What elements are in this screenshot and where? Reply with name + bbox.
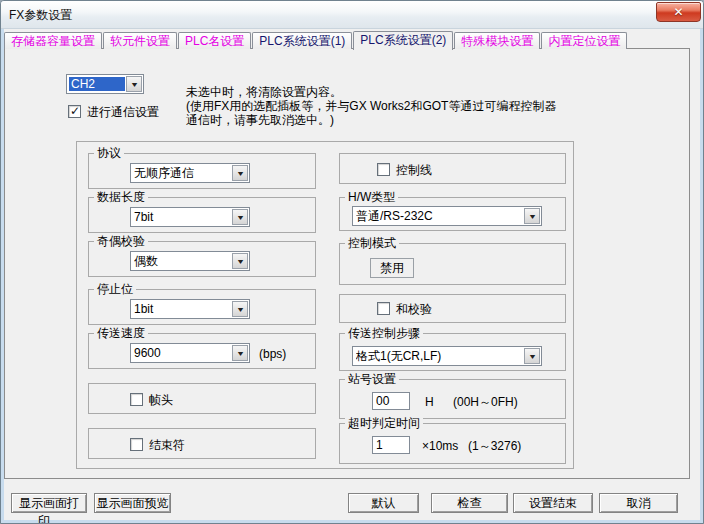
print-screen-button[interactable]: 显示画面打印...	[11, 493, 87, 513]
fx-parameter-dialog: FX参数设置 ✕ 存储器容量设置 软元件设置 PLC名设置 PLC系统设置(1)…	[0, 0, 704, 524]
chevron-down-icon[interactable]	[232, 301, 248, 317]
station-number-range: (00H～0FH)	[453, 395, 518, 409]
stop-bit-value: 1bit	[134, 302, 230, 317]
stop-bit-group: 停止位 1bit	[88, 289, 316, 325]
timeout-unit: ×10ms	[422, 439, 458, 453]
sum-check-checkbox[interactable]	[377, 302, 390, 315]
hw-type-group: H/W类型 普通/RS-232C	[339, 197, 566, 231]
protocol-group: 协议 无顺序通信	[88, 153, 316, 189]
control-line-label: 控制线	[396, 163, 432, 177]
chevron-down-icon[interactable]	[232, 253, 248, 269]
tab-builtin-positioning[interactable]: 内置定位设置	[541, 32, 627, 49]
stop-bit-select[interactable]: 1bit	[130, 299, 250, 319]
station-number-group: 站号设置 00 H (00H～0FH)	[339, 379, 566, 419]
hw-type-value: 普通/RS-232C	[356, 209, 522, 224]
baud-rate-select[interactable]: 9600	[130, 343, 250, 363]
titlebar[interactable]: FX参数设置 ✕	[1, 1, 703, 29]
comm-setting-label: 进行通信设置	[87, 105, 159, 119]
notice-line-1: 未选中时，将清除设置内容。	[186, 85, 342, 99]
chevron-down-icon[interactable]	[524, 208, 540, 224]
station-number-unit: H	[425, 395, 434, 409]
timeout-group: 超时判定时间 1 ×10ms (1～3276)	[339, 423, 566, 464]
tab-bar: 存储器容量设置 软元件设置 PLC名设置 PLC系统设置(1) PLC系统设置(…	[4, 30, 628, 49]
parity-group-label: 奇偶校验	[94, 234, 148, 248]
control-mode-value: 禁用	[370, 258, 414, 278]
timeout-group-label: 超时判定时间	[345, 416, 423, 430]
protocol-group-label: 协议	[94, 146, 124, 160]
chevron-down-icon[interactable]	[232, 165, 248, 181]
control-line-box: 控制线	[339, 153, 566, 184]
control-mode-group: 控制模式 禁用	[339, 243, 566, 285]
timeout-range: (1～3276)	[468, 439, 521, 453]
parity-value: 偶数	[134, 254, 230, 269]
station-number-input[interactable]: 00	[372, 392, 410, 410]
comm-setting-checkbox[interactable]	[68, 105, 81, 118]
data-length-group: 数据长度 7bit	[88, 197, 316, 233]
tab-memory-capacity[interactable]: 存储器容量设置	[4, 32, 102, 49]
close-icon: ✕	[673, 5, 683, 19]
cancel-button[interactable]: 取消	[599, 493, 678, 513]
chevron-down-icon[interactable]	[524, 348, 540, 364]
channel-value: CH2	[69, 77, 125, 91]
hw-type-select[interactable]: 普通/RS-232C	[352, 206, 542, 226]
finish-setting-button[interactable]: 设置结束	[513, 493, 593, 513]
notice-line-3: 通信时，请事先取消选中。)	[186, 113, 334, 127]
parity-select[interactable]: 偶数	[130, 251, 250, 271]
stop-bit-group-label: 停止位	[94, 282, 136, 296]
window-title: FX参数设置	[9, 7, 72, 24]
data-length-value: 7bit	[134, 210, 230, 225]
default-button[interactable]: 默认	[348, 493, 419, 513]
header-checkbox[interactable]	[130, 393, 143, 406]
tab-plc-name[interactable]: PLC名设置	[178, 32, 251, 49]
transmission-control-select[interactable]: 格式1(无CR,LF)	[352, 346, 542, 366]
terminator-box: 结束符	[88, 428, 316, 459]
transmission-control-group: 传送控制步骤 格式1(无CR,LF)	[339, 333, 566, 371]
baud-rate-group-label: 传送速度	[94, 326, 148, 340]
sum-check-box: 和校验	[339, 294, 566, 323]
header-label: 帧头	[149, 393, 173, 407]
data-length-select[interactable]: 7bit	[130, 207, 250, 227]
transmission-control-group-label: 传送控制步骤	[345, 326, 423, 340]
tab-plc-system-2[interactable]: PLC系统设置(2)	[353, 31, 453, 50]
data-length-group-label: 数据长度	[94, 190, 148, 204]
timeout-input[interactable]: 1	[372, 436, 410, 454]
baud-rate-unit: (bps)	[259, 347, 286, 361]
chevron-down-icon[interactable]	[126, 76, 142, 92]
baud-rate-group: 传送速度 9600 (bps)	[88, 333, 316, 369]
close-button[interactable]: ✕	[656, 2, 701, 22]
protocol-select[interactable]: 无顺序通信	[130, 163, 250, 183]
tab-device-setting[interactable]: 软元件设置	[103, 32, 177, 49]
check-button[interactable]: 检查	[431, 493, 508, 513]
tab-plc-system-1[interactable]: PLC系统设置(1)	[252, 32, 352, 49]
control-mode-group-label: 控制模式	[345, 236, 399, 250]
transmission-control-value: 格式1(无CR,LF)	[356, 349, 522, 364]
tab-special-module[interactable]: 特殊模块设置	[454, 32, 540, 49]
control-line-checkbox[interactable]	[377, 163, 390, 176]
chevron-down-icon[interactable]	[232, 345, 248, 361]
sum-check-label: 和校验	[396, 302, 432, 316]
channel-select[interactable]: CH2	[66, 74, 144, 94]
preview-screen-button[interactable]: 显示画面预览	[94, 493, 171, 513]
protocol-value: 无顺序通信	[134, 166, 230, 181]
terminator-label: 结束符	[149, 438, 185, 452]
station-number-group-label: 站号设置	[345, 372, 399, 386]
chevron-down-icon[interactable]	[232, 209, 248, 225]
parity-group: 奇偶校验 偶数	[88, 241, 316, 277]
terminator-checkbox[interactable]	[130, 438, 143, 451]
header-box: 帧头	[88, 383, 316, 414]
baud-rate-value: 9600	[134, 346, 230, 361]
notice-line-2: (使用FX用的选配插板等，并与GX Works2和GOT等通过可编程控制器	[186, 99, 556, 113]
hw-type-group-label: H/W类型	[345, 190, 398, 204]
